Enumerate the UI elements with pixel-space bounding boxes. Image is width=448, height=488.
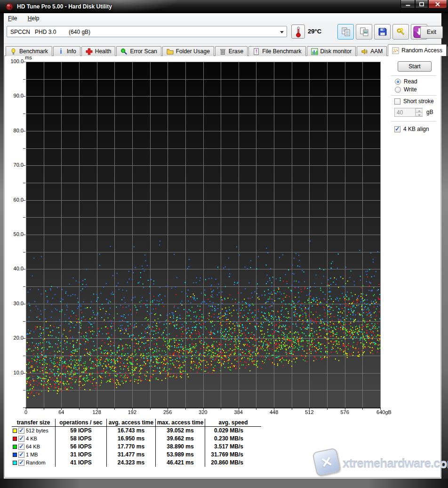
y-tick-label: 50.0	[4, 231, 24, 237]
tab-health[interactable]: Health	[81, 46, 116, 56]
tab-erase[interactable]: Erase	[215, 46, 248, 56]
table-cell-avg: 16.950 ms	[107, 435, 156, 443]
read-option[interactable]: Read	[395, 78, 417, 85]
file-benchmark-icon: !	[253, 48, 260, 55]
tab-label: Folder Usage	[176, 48, 210, 55]
tab-label: Error Scan	[130, 48, 157, 55]
table-cell-avg: 17.770 ms	[107, 443, 156, 451]
series-label: Random	[26, 460, 46, 465]
table-cell-ops: 58 IOPS	[56, 435, 107, 443]
short-stroke-option[interactable]: Short stroke	[394, 98, 434, 105]
x-tick-label: 576	[334, 409, 356, 415]
kb-align-option[interactable]: 4 KB align	[394, 126, 429, 132]
table-cell-avg: 24.323 ms	[107, 459, 156, 467]
y-tick-label: 60.0	[4, 197, 24, 203]
menu-file[interactable]: File	[4, 13, 21, 23]
tab-label: Disk monitor	[320, 48, 352, 55]
maximize-button[interactable]	[415, 0, 428, 8]
read-label: Read	[404, 78, 417, 85]
series-checkbox[interactable]	[18, 436, 24, 442]
write-radio[interactable]	[395, 87, 401, 93]
y-tick-label: 40.0	[4, 266, 24, 271]
health-icon	[86, 48, 93, 55]
tab-label: Erase	[229, 48, 243, 55]
stepper-down-icon[interactable]	[416, 113, 423, 117]
temperature-button[interactable]	[291, 24, 305, 39]
tab-random-access[interactable]: Random Access	[388, 44, 447, 56]
x-tick-label: 0	[15, 409, 37, 415]
tab-aam[interactable]: AAM	[357, 46, 387, 56]
app-icon	[6, 3, 13, 10]
table-cell-speed: 0.029 MB/s	[205, 427, 261, 435]
table-cell-max: 46.421 ms	[156, 459, 205, 467]
watermark-logo: ✕	[312, 447, 341, 477]
table-cell-speed: 20.860 MB/s	[205, 459, 261, 467]
table-row-transfer-size: 512 bytes	[12, 427, 56, 435]
stroke-size-stepper[interactable]: 40	[394, 108, 423, 117]
table-cell-speed: 3.517 MB/s	[205, 443, 261, 451]
results-table: transfer sizeoperations / secavg. access…	[12, 419, 261, 467]
watermark-text: xtremehardware.com	[343, 456, 448, 471]
short-stroke-checkbox[interactable]	[394, 98, 400, 105]
thermometer-icon	[295, 26, 302, 38]
start-button[interactable]: Start	[398, 61, 432, 72]
app-window: HD Tune Pro 5.00 - Hard Disk Utility Fil…	[0, 0, 448, 488]
window-title: HD Tune Pro 5.00 - Hard Disk Utility	[17, 3, 112, 10]
info-icon: i	[57, 48, 64, 55]
disk-monitor-icon	[311, 48, 318, 55]
separator	[391, 121, 436, 122]
series-color-swatch	[13, 453, 17, 457]
close-button[interactable]	[428, 0, 447, 8]
watermark: ✕ xtremehardware.com	[312, 449, 440, 477]
tab-info[interactable]: iInfo	[53, 46, 80, 56]
tab-error-scan[interactable]: Error Scan	[116, 46, 161, 56]
y-tick-label: 30.0	[4, 301, 24, 306]
x-tick-label: 384	[228, 409, 249, 415]
table-cell-avg: 16.743 ms	[107, 427, 156, 435]
options-button[interactable]	[392, 24, 409, 40]
temperature-value: 29°C	[308, 28, 321, 35]
tab-folder-usage[interactable]: Folder Usage	[162, 46, 214, 56]
short-stroke-label: Short stroke	[403, 98, 434, 105]
drive-select[interactable]: SPCCN PHD 3.0 (640 gB)	[7, 26, 287, 37]
table-cell-max: 39.662 ms	[156, 435, 205, 443]
copy-text-button[interactable]	[337, 24, 354, 40]
tab-benchmark[interactable]: Benchmark	[6, 46, 52, 56]
menu-help[interactable]: Help	[24, 13, 44, 23]
stepper-arrows[interactable]	[415, 108, 422, 116]
table-row-transfer-size: 4 KB	[12, 435, 56, 443]
read-radio[interactable]	[395, 79, 401, 85]
series-color-swatch	[13, 461, 17, 465]
series-checkbox[interactable]	[18, 460, 24, 466]
tab-file-benchmark[interactable]: !File Benchmark	[248, 46, 305, 56]
copy-image-button[interactable]	[356, 24, 372, 40]
series-checkbox[interactable]	[18, 452, 24, 458]
tab-label: Random Access	[401, 47, 442, 54]
table-cell-speed: 31.769 MB/s	[205, 451, 261, 459]
y-tick-label: 80.0	[4, 128, 24, 133]
table-header-1: transfer size	[12, 419, 56, 427]
stroke-unit-label: gB	[426, 109, 433, 115]
series-checkbox[interactable]	[18, 428, 24, 434]
save-button[interactable]	[374, 24, 391, 40]
series-checkbox[interactable]	[18, 444, 24, 450]
kb-align-checkbox[interactable]	[394, 126, 400, 132]
table-cell-speed: 0.230 MB/s	[205, 435, 261, 443]
minimize-button[interactable]	[400, 0, 415, 8]
speaker-icon	[361, 48, 368, 55]
random-access-canvas	[23, 62, 383, 410]
x-tick-label: 320	[192, 409, 214, 415]
table-cell-max: 38.890 ms	[156, 443, 205, 451]
separator	[391, 75, 436, 76]
exit-button[interactable]: Exit	[420, 26, 443, 39]
write-option[interactable]: Write	[395, 86, 417, 93]
series-label: 1 MB	[26, 452, 38, 457]
menu-bar: File Help	[4, 13, 441, 24]
x-tick-label: 192	[121, 409, 143, 415]
stepper-up-icon[interactable]	[416, 108, 423, 113]
titlebar: HD Tune Pro 5.00 - Hard Disk Utility	[0, 0, 448, 13]
y-tick-label: 70.0	[4, 162, 24, 168]
bulb-icon	[10, 48, 17, 55]
series-color-swatch	[13, 429, 17, 433]
tab-disk-monitor[interactable]: Disk monitor	[307, 46, 356, 56]
